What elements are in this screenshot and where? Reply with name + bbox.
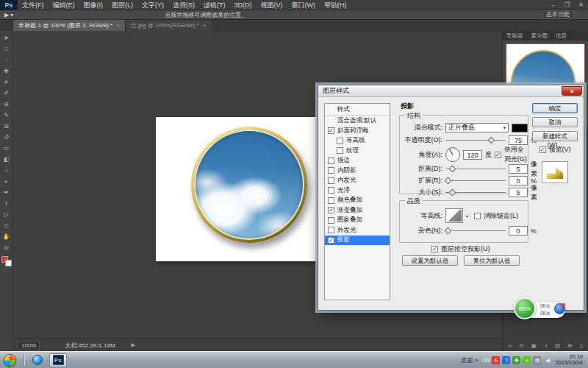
dodge-tool[interactable]: ◐ <box>1 176 12 187</box>
menu-item[interactable]: 视图(V) <box>257 0 287 10</box>
shield-tray-icon[interactable]: ✚ <box>512 356 520 364</box>
quick-selection-tool[interactable]: ✚ <box>1 66 12 77</box>
value-slider[interactable] <box>445 166 506 172</box>
style-checkbox[interactable] <box>328 158 334 164</box>
style-checkbox[interactable] <box>328 237 334 244</box>
style-checkbox[interactable] <box>328 207 334 213</box>
style-checkbox[interactable] <box>328 197 334 204</box>
window-control-button[interactable]: ✕ <box>574 0 588 10</box>
dialog-title-bar[interactable]: 图层样式 ✕ <box>318 85 584 97</box>
background-color-swatch[interactable] <box>5 260 12 266</box>
contour-picker[interactable] <box>445 208 463 223</box>
taskbar-clock[interactable]: 20:10 2015/10/24 <box>555 354 585 367</box>
delete-layer-icon[interactable]: ▯ <box>580 342 583 350</box>
volume-tray-icon[interactable]: ◀ <box>543 356 551 364</box>
widget-notification-icon[interactable] <box>554 303 565 314</box>
menu-item[interactable]: 文件(F) <box>18 0 49 10</box>
tab-close-icon[interactable]: × <box>116 22 120 29</box>
layer-effects-icon[interactable]: fx <box>520 342 524 350</box>
style-list-item[interactable]: 光泽 <box>325 185 390 196</box>
language-indicator[interactable]: CN <box>481 356 490 364</box>
memory-percent-ball[interactable]: 86% <box>514 297 536 319</box>
shape-tool[interactable]: ◇ <box>1 220 12 231</box>
speed-ball-widget[interactable]: 0K/s 0K/s 86% <box>514 297 567 322</box>
style-list-item[interactable]: 投影 <box>325 236 390 246</box>
brush-tool[interactable]: ✎ <box>1 110 12 121</box>
eyedropper-tool[interactable]: ✐ <box>1 88 12 99</box>
display-tray-icon[interactable]: ▤ <box>533 356 541 364</box>
slider-thumb[interactable] <box>445 177 452 185</box>
eraser-tool[interactable]: ▭ <box>1 143 12 154</box>
preview-checkbox-row[interactable]: 预览(V) <box>532 145 578 155</box>
default-value-button[interactable]: 设置为默认值 <box>402 255 458 266</box>
slider-thumb[interactable] <box>448 166 456 173</box>
gradient-tool[interactable]: ◧ <box>1 154 12 165</box>
document-tab[interactable]: 云.jpg @ 100%(RGB/8#) * × <box>126 20 212 31</box>
cancel-button[interactable]: 取消 <box>532 117 578 127</box>
menu-item[interactable]: 滤镜(T) <box>199 0 230 10</box>
knockout-checkbox-row[interactable]: 图层挖空投影(U) <box>431 244 490 254</box>
blur-tool[interactable]: ○ <box>1 165 12 176</box>
slider-thumb[interactable] <box>448 189 456 197</box>
menu-item[interactable]: 图层(L) <box>107 0 137 10</box>
style-list-item[interactable]: 混合选项:默认 <box>325 116 390 127</box>
adjustment-layer-icon[interactable]: ◑ <box>544 342 548 350</box>
window-control-button[interactable]: ❐ <box>560 0 574 10</box>
style-list-item[interactable]: 渐变叠加 <box>325 205 390 216</box>
slider-thumb[interactable] <box>488 137 495 144</box>
angle-input[interactable]: 120 <box>463 150 482 160</box>
tab-close-icon[interactable]: × <box>203 22 207 29</box>
messenger-tray-icon[interactable]: ? <box>502 356 510 364</box>
value-slider[interactable] <box>445 189 506 196</box>
move-tool[interactable]: ➤ <box>1 32 12 43</box>
menu-item[interactable]: 图像(I) <box>79 0 108 10</box>
lasso-tool[interactable]: ◌ <box>1 54 12 66</box>
security-tray-icon[interactable]: S <box>492 356 500 364</box>
clone-stamp-tool[interactable]: ⊞ <box>1 121 12 132</box>
zoom-level-field[interactable]: 100% <box>18 341 40 350</box>
panel-tab[interactable]: 导航器 <box>503 31 528 40</box>
panel-tab[interactable]: 信息 <box>552 31 571 40</box>
style-list-item[interactable]: 颜色叠加 <box>325 196 390 206</box>
history-brush-tool[interactable]: ↺ <box>1 132 12 143</box>
style-checkbox[interactable] <box>328 167 334 174</box>
value-input[interactable]: 0 <box>509 176 528 185</box>
menu-item[interactable]: 帮助(H) <box>320 0 351 10</box>
zoom-tool[interactable]: ◎ <box>1 242 12 253</box>
menu-item[interactable]: 文字(Y) <box>137 0 168 10</box>
style-list-item[interactable]: 外发光 <box>325 225 390 236</box>
tool-preset-picker[interactable]: ▶ ▾ <box>0 12 18 18</box>
style-checkbox[interactable] <box>328 217 334 224</box>
preview-checkbox[interactable] <box>539 146 546 153</box>
value-input[interactable]: 5 <box>509 164 528 174</box>
value-slider[interactable] <box>445 177 506 184</box>
crop-tool[interactable]: # <box>1 77 12 88</box>
style-list-item[interactable]: 纹理 <box>325 146 390 156</box>
style-checkbox[interactable] <box>328 127 334 134</box>
path-selection-tool[interactable]: ▷ <box>1 209 12 220</box>
menu-item[interactable]: 选择(S) <box>168 0 199 10</box>
style-checkbox[interactable] <box>328 177 334 184</box>
global-light-checkbox-row[interactable]: 使用全局光(G) <box>495 145 528 164</box>
taskbar-photoshop-button[interactable]: Ps <box>49 353 67 367</box>
style-list-item[interactable]: 样式 <box>325 105 390 116</box>
dialog-close-button[interactable]: ✕ <box>562 86 582 96</box>
layer-group-icon[interactable]: ▤ <box>555 342 560 350</box>
start-button[interactable] <box>4 354 16 367</box>
panel-tab[interactable]: 直方图 <box>528 31 553 40</box>
ok-button[interactable]: 确定 <box>532 103 578 113</box>
style-checkbox[interactable] <box>337 147 343 154</box>
new-layer-icon[interactable]: ⊞ <box>567 342 572 350</box>
style-list-item[interactable]: 图案叠加 <box>325 216 390 226</box>
style-list-item[interactable]: 等高线 <box>325 136 390 146</box>
shadow-color-swatch[interactable] <box>512 124 528 132</box>
marquee-tool[interactable]: □ <box>1 43 12 54</box>
default-value-button[interactable]: 复位为默认值 <box>464 255 520 266</box>
layer-mask-icon[interactable]: ▣ <box>531 342 537 350</box>
antialias-checkbox-row[interactable]: 消除锯齿(L) <box>474 211 518 221</box>
new-style-button[interactable]: 新建样式(W)... <box>532 131 578 141</box>
style-checkbox[interactable] <box>328 227 334 233</box>
noise-slider[interactable] <box>445 227 506 234</box>
knockout-checkbox[interactable] <box>431 246 438 252</box>
document-tab[interactable]: 未标题-1 @ 100% (图层 2, RGB/8) * × <box>13 20 126 31</box>
